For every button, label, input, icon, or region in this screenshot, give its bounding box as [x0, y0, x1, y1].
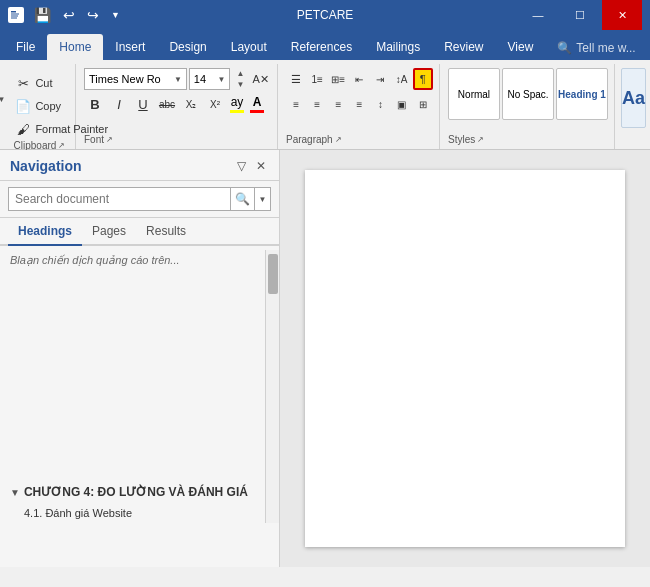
justify-button[interactable]: ≡ — [349, 93, 369, 115]
nav-chapter-item[interactable]: ▼ CHƯƠNG 4: ĐO LƯỜNG VÀ ĐÁNH GIÁ — [0, 479, 265, 503]
svg-rect-3 — [11, 16, 18, 17]
style-heading1[interactable]: Heading 1 — [556, 68, 608, 120]
highlight-icon: ay — [231, 95, 244, 109]
paragraph-expand-icon: ↗ — [335, 135, 342, 144]
styles-content: Normal No Spac. Heading 1 — [448, 64, 608, 120]
tab-review[interactable]: Review — [432, 34, 495, 60]
clipboard-expand-icon: ↗ — [58, 141, 65, 150]
cut-label: Cut — [35, 77, 52, 89]
paste-button[interactable]: 📋 Paste ▼ — [0, 68, 9, 107]
bold-button[interactable]: B — [84, 93, 106, 115]
multilevel-list-button[interactable]: ⊞≡ — [328, 68, 348, 90]
shading-button[interactable]: ▣ — [392, 93, 412, 115]
tab-file[interactable]: File — [4, 34, 47, 60]
main-layout: Navigation ▽ ✕ 🔍 ▼ Headings Pages Result… — [0, 150, 650, 567]
style-no-spacing[interactable]: No Spac. — [502, 68, 554, 120]
font-size-select[interactable]: 14 ▼ — [189, 68, 231, 90]
paragraph-row-2: ≡ ≡ ≡ ≡ ↕ ▣ ⊞ — [286, 93, 433, 115]
nav-controls: ▽ ✕ — [233, 158, 269, 174]
font-row-1: Times New Ro ▼ 14 ▼ ▲ ▼ A✕ — [84, 64, 271, 90]
nav-tab-pages[interactable]: Pages — [82, 218, 136, 246]
maximize-button[interactable]: ☐ — [560, 0, 600, 30]
strikethrough-button[interactable]: abc — [156, 93, 178, 115]
bullets-button[interactable]: ☰ — [286, 68, 306, 90]
nav-tab-results[interactable]: Results — [136, 218, 196, 246]
tab-references[interactable]: References — [279, 34, 364, 60]
style-normal[interactable]: Normal — [448, 68, 500, 120]
font-color-button[interactable]: A — [248, 93, 266, 115]
highlight-color-bar — [230, 110, 244, 113]
font-size-adjust: ▲ ▼ — [232, 68, 248, 90]
text-highlight-button[interactable]: ay — [228, 93, 246, 115]
nav-content: Blaạn chiến dịch quảng cáo trên... ▼ CHƯ… — [0, 246, 279, 567]
nav-header: Navigation ▽ ✕ — [0, 150, 279, 181]
cut-icon: ✂ — [15, 76, 31, 91]
redo-button[interactable]: ↪ — [83, 5, 103, 25]
line-spacing-button[interactable]: ↕ — [371, 93, 391, 115]
subscript-button[interactable]: X₂ — [180, 93, 202, 115]
close-button[interactable]: ✕ — [602, 0, 642, 30]
app-icon — [8, 7, 24, 23]
tab-design[interactable]: Design — [157, 34, 218, 60]
sort-button[interactable]: ↕A — [391, 68, 411, 90]
nav-sub-heading-item[interactable]: 4.1. Đánh giá Website — [0, 503, 265, 523]
nav-title: Navigation — [10, 158, 82, 174]
undo-button[interactable]: ↩ — [59, 5, 79, 25]
search-dropdown-button[interactable]: ▼ — [255, 187, 271, 211]
font-family-select[interactable]: Times New Ro ▼ — [84, 68, 187, 90]
decrease-indent-button[interactable]: ⇤ — [349, 68, 369, 90]
tab-insert[interactable]: Insert — [103, 34, 157, 60]
tab-view[interactable]: View — [496, 34, 546, 60]
navigation-panel: Navigation ▽ ✕ 🔍 ▼ Headings Pages Result… — [0, 150, 280, 567]
nav-heading-item[interactable]: Blaạn chiến dịch quảng cáo trên... — [0, 250, 265, 271]
nav-close-button[interactable]: ✕ — [253, 158, 269, 174]
font-size-decrease-button[interactable]: ▼ — [232, 79, 248, 90]
search-icon[interactable]: 🔍 — [231, 187, 255, 211]
styles-group-label[interactable]: Styles ↗ — [448, 134, 608, 147]
save-button[interactable]: 💾 — [30, 5, 55, 25]
format-painter-icon: 🖌 — [15, 122, 31, 137]
svg-rect-2 — [11, 14, 19, 15]
font-size-increase-button[interactable]: ▲ — [232, 68, 248, 79]
numbering-button[interactable]: 1≡ — [307, 68, 327, 90]
ribbon-tabs: File Home Insert Design Layout Reference… — [0, 30, 650, 60]
font-group-label[interactable]: Font ↗ — [84, 134, 271, 147]
increase-indent-button[interactable]: ⇥ — [370, 68, 390, 90]
nav-collapse-button[interactable]: ▽ — [233, 158, 249, 174]
nav-sub-heading-text: 4.1. Đánh giá Website — [24, 507, 132, 519]
paste-icon: 📋 — [0, 70, 3, 94]
font-group: Times New Ro ▼ 14 ▼ ▲ ▼ A✕ B I U abc X₂ … — [78, 64, 278, 149]
svg-rect-1 — [11, 11, 16, 13]
align-center-button[interactable]: ≡ — [307, 93, 327, 115]
tell-me-bar[interactable]: 🔍 Tell me w... — [549, 36, 643, 60]
paragraph-group-label[interactable]: Paragraph ↗ — [286, 134, 433, 147]
title-bar: 💾 ↩ ↪ ▼ PETCARE — ☐ ✕ — [0, 0, 650, 30]
paragraph-row-1: ☰ 1≡ ⊞≡ ⇤ ⇥ ↕A ¶ — [286, 64, 433, 90]
align-left-button[interactable]: ≡ — [286, 93, 306, 115]
superscript-button[interactable]: X² — [204, 93, 226, 115]
italic-button[interactable]: I — [108, 93, 130, 115]
quick-access-more-button[interactable]: ▼ — [107, 8, 124, 22]
tab-home[interactable]: Home — [47, 34, 103, 60]
minimize-button[interactable]: — — [518, 0, 558, 30]
aa-styles-button[interactable]: Aa — [621, 68, 646, 128]
document-page — [305, 170, 625, 547]
align-right-button[interactable]: ≡ — [328, 93, 348, 115]
borders-button[interactable]: ⊞ — [413, 93, 433, 115]
paste-dropdown-arrow: ▼ — [0, 95, 5, 104]
nav-tab-headings[interactable]: Headings — [8, 218, 82, 246]
font-row-2: B I U abc X₂ X² ay A — [84, 93, 271, 115]
clear-formatting-button[interactable]: A✕ — [250, 68, 271, 90]
tab-mailings[interactable]: Mailings — [364, 34, 432, 60]
nav-tabs: Headings Pages Results — [0, 218, 279, 246]
search-input[interactable] — [8, 187, 231, 211]
nav-scrollbar-thumb[interactable] — [268, 254, 278, 294]
copy-icon: 📄 — [15, 99, 31, 114]
underline-button[interactable]: U — [132, 93, 154, 115]
svg-rect-0 — [10, 9, 22, 21]
nav-heading-text: Blaạn chiến dịch quảng cáo trên... — [10, 254, 180, 266]
copy-label: Copy — [35, 100, 61, 112]
tab-layout[interactable]: Layout — [219, 34, 279, 60]
show-formatting-marks-button[interactable]: ¶ — [413, 68, 433, 90]
font-color-icon: A — [253, 95, 262, 109]
